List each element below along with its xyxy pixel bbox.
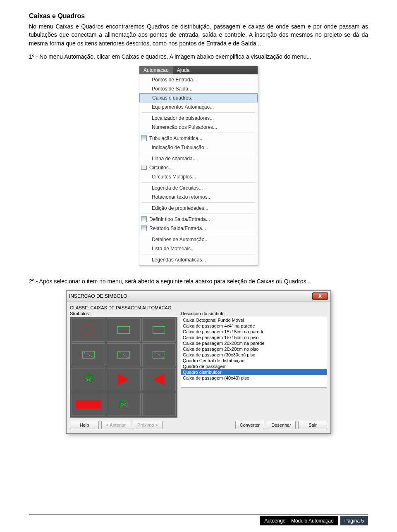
menu-item[interactable]: Linha de chamada... [139, 154, 258, 163]
desc-list-item[interactable]: Caixa de passagem 15x15cm na parede [181, 329, 327, 335]
desc-list-item[interactable]: Caixa Octogonal Fundo Móvel [181, 317, 327, 323]
menu-item[interactable]: Equipamentos Automação... [139, 102, 258, 112]
menu-item-label: Pontos de Entrada... [152, 77, 254, 83]
menu-separator [142, 153, 255, 153]
draw-button[interactable]: Desenhar [267, 421, 296, 429]
menu-item-label: Numeração dos Pulsadores... [152, 124, 254, 130]
menu-item-label: Caixas e quadros... [152, 95, 254, 101]
footer-product: Autoenge – Módulo Automação [260, 516, 337, 525]
menu-item-label: Circuitos... [149, 165, 254, 171]
menu-item-label: Legendas Automaticas... [152, 257, 254, 263]
desc-list-item[interactable]: Quadro Central de distribuição [181, 358, 327, 363]
next-button[interactable]: Próximo > [133, 421, 163, 429]
menu-item[interactable]: Legenda de Circuitos... [139, 183, 258, 192]
menu-item-label: Legenda de Circuitos... [152, 185, 254, 191]
menu-separator [142, 254, 255, 254]
symbol-tri-left[interactable] [107, 368, 140, 391]
symbol-sqx-2[interactable] [107, 393, 140, 416]
desc-label: Descrição do símbolo: [181, 311, 327, 316]
menu-item[interactable]: Legendas Automaticas... [139, 255, 258, 264]
menu-item[interactable]: Detalhes de Automação... [139, 235, 258, 244]
desc-list-item[interactable]: Caixa de passagem (30x30cm) piso [181, 352, 327, 358]
desc-listbox[interactable]: Caixa Octogonal Fundo MóvelCaixa de pass… [181, 317, 327, 388]
prev-button[interactable]: < Anterior [101, 421, 130, 429]
menu-item-label: Pontos de Saida... [152, 86, 254, 92]
desc-list-item[interactable]: Quadro distribuidor [181, 369, 327, 375]
help-button[interactable]: Help [70, 421, 99, 429]
menu-item-label: Equipamentos Automação... [152, 104, 254, 110]
step-2-text: 2º - Após selecionar o item no menu, ser… [29, 277, 368, 285]
dialog-title: INSERCAO DE SIMBOLO [69, 293, 127, 299]
menu-item[interactable]: Relatorio Saida/Entrada... [139, 224, 258, 233]
class-label: CLASSE: CAIXAS DE PASSAGEM AUTOMACAO [70, 305, 327, 310]
menu-item[interactable]: Caixas e quadros... [139, 93, 258, 102]
menu-item-label: Rotacionar texto retornos... [152, 194, 254, 200]
menu-item-label: Tubulação Automática... [149, 135, 254, 141]
menu-item-label: Indicação de Tubulação... [152, 145, 254, 150]
menu-item-label: Relatorio Saida/Entrada... [149, 226, 254, 231]
menu-item-label: Localizador de pulsadores... [152, 115, 254, 121]
simbolos-label: Símbolos: [70, 311, 177, 316]
symbol-empty [142, 393, 176, 416]
intro-paragraph: No menu Caixas e Quadros encontraremos Q… [29, 22, 368, 48]
menu-tab-automacao[interactable]: Automacao [139, 66, 173, 74]
footer-page: Página 5 [340, 516, 368, 525]
section-title: Caixas e Quadros [29, 12, 368, 20]
menu-separator [142, 133, 255, 133]
symbol-rect-1[interactable] [107, 318, 140, 342]
dialog-titlebar: INSERCAO DE SIMBOLO X [67, 291, 330, 302]
menu-separator [142, 202, 255, 203]
symbol-diag-2[interactable] [107, 343, 140, 366]
menu-item[interactable]: Lista de Materiais... [139, 244, 258, 253]
menu-item-label: Edição de propriedades... [152, 205, 254, 211]
close-icon[interactable]: X [312, 292, 328, 300]
menu-item[interactable]: Localizador de pulsadores... [139, 114, 258, 123]
circ-icon [141, 166, 147, 170]
menu-item-label: Detalhes de Automação... [152, 237, 254, 242]
ed-icon [141, 216, 147, 222]
menu-separator [142, 234, 255, 234]
desc-list-item[interactable]: Caixa de passagem 4x4" na parede [181, 323, 327, 329]
menu-item-label: Circuitos Multiplos... [152, 174, 254, 180]
menu-item[interactable]: Circuitos Multiplos... [139, 172, 258, 181]
page-footer: Autoenge – Módulo Automação Página 5 [29, 514, 368, 525]
menu-item[interactable]: Indicação de Tubulação... [139, 143, 258, 152]
menu-item[interactable]: Rotacionar texto retornos... [139, 192, 258, 202]
ed-icon [141, 135, 147, 141]
symbol-redrect[interactable] [72, 393, 105, 416]
menu-tab-bar: Automacao Ajuda [139, 66, 258, 74]
menu-separator [142, 214, 255, 214]
menu-tab-ajuda[interactable]: Ajuda [173, 66, 194, 74]
menu-item[interactable]: Numeração dos Pulsadores... [139, 123, 258, 132]
symbol-diag-3[interactable] [142, 343, 176, 366]
symbol-diag-1[interactable] [72, 343, 105, 366]
step-1-text: 1º - No menu Automação, clicar em Caixas… [29, 52, 368, 61]
convert-button[interactable]: Converter [235, 421, 264, 429]
symbols-grid [70, 317, 177, 418]
menu-item-label: Linha de chamada... [152, 156, 254, 162]
menu-item[interactable]: Definir tipo Saida/Entrada... [139, 215, 258, 224]
exit-button[interactable]: Sair [298, 421, 327, 429]
menu-item[interactable]: Edição de propriedades... [139, 204, 258, 213]
desc-list-item[interactable]: Caixa de passagem 20x20cm no piso [181, 346, 327, 352]
menu-screenshot: Automacao Ajuda Pontos de Entrada...Pont… [139, 66, 258, 266]
desc-list-item[interactable]: Caixa de passagem 20x20cm na parede [181, 340, 327, 346]
desc-list-item[interactable]: Caixa de passagem 15x15cm no piso [181, 335, 327, 340]
menu-item-label: Lista de Materiais... [152, 246, 254, 252]
desc-list-item[interactable]: Quadro de passagem [181, 363, 327, 369]
menu-item-label: Definir tipo Saida/Entrada... [149, 216, 254, 222]
symbol-octagon[interactable] [72, 318, 105, 342]
menu-items-list: Pontos de Entrada...Pontos de Saida...Ca… [139, 74, 258, 265]
symbol-tri-right[interactable] [142, 368, 176, 391]
dialog-insercao-simbolo: INSERCAO DE SIMBOLO X CLASSE: CAIXAS DE … [66, 290, 331, 434]
symbol-rect-2[interactable] [142, 318, 176, 342]
ed-icon [141, 226, 147, 231]
menu-separator [142, 112, 255, 113]
menu-item[interactable]: Pontos de Saida... [139, 84, 258, 93]
desc-list-item[interactable]: Caixa de passagem (40x40) piso [181, 375, 327, 381]
symbol-sqx-1[interactable] [72, 368, 105, 391]
menu-item[interactable]: Pontos de Entrada... [139, 75, 258, 84]
menu-item[interactable]: Tubulação Automática... [139, 134, 258, 143]
menu-separator [142, 182, 255, 183]
menu-item[interactable]: Circuitos... [139, 163, 258, 172]
